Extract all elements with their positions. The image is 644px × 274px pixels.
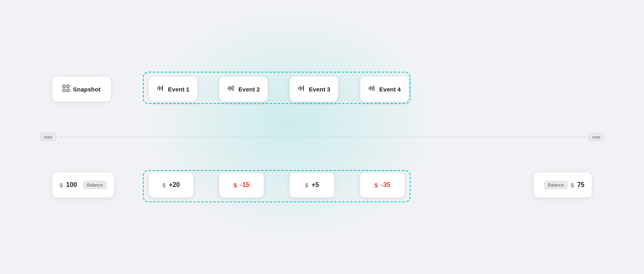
svg-rect-6 bbox=[161, 87, 161, 90]
initial-balance-amount: 100 bbox=[66, 181, 77, 189]
event-card-1[interactable]: Event 1 bbox=[149, 77, 197, 102]
final-balance-badge: Balance bbox=[544, 181, 568, 189]
canvas: start now Snapshot $ 100 Balance Event 1 bbox=[0, 0, 644, 274]
chart-icon-2 bbox=[227, 84, 235, 94]
dollar-icon-1: $ bbox=[162, 182, 165, 189]
grid-icon bbox=[62, 85, 70, 93]
balance-card-1: $ +20 bbox=[149, 172, 193, 197]
svg-rect-5 bbox=[159, 86, 160, 91]
svg-rect-2 bbox=[63, 89, 65, 91]
dollar-icon-init: $ bbox=[60, 182, 63, 189]
balance-amount-1: +20 bbox=[169, 181, 180, 189]
svg-rect-9 bbox=[229, 86, 230, 91]
svg-rect-19 bbox=[374, 85, 374, 91]
svg-rect-0 bbox=[63, 85, 65, 87]
snapshot-label: Snapshot bbox=[73, 86, 100, 93]
balance-amount-4: -35 bbox=[381, 181, 390, 189]
svg-rect-12 bbox=[298, 87, 299, 89]
snapshot-card[interactable]: Snapshot bbox=[52, 77, 111, 102]
event-1-label: Event 1 bbox=[168, 86, 189, 93]
dollar-icon-final: $ bbox=[571, 182, 574, 189]
svg-rect-3 bbox=[67, 89, 69, 91]
svg-rect-7 bbox=[162, 85, 163, 91]
svg-rect-16 bbox=[369, 87, 369, 89]
event-4-label: Event 4 bbox=[379, 86, 400, 93]
final-balance-amount: 75 bbox=[577, 181, 584, 189]
svg-rect-17 bbox=[370, 86, 371, 91]
event-card-2[interactable]: Event 2 bbox=[219, 77, 268, 102]
event-3-label: Event 3 bbox=[309, 86, 330, 93]
svg-rect-14 bbox=[301, 87, 302, 90]
balance-amount-3: +5 bbox=[312, 181, 319, 189]
event-2-label: Event 2 bbox=[238, 86, 260, 93]
timeline-container: start now Snapshot $ 100 Balance Event 1 bbox=[40, 68, 604, 206]
balance-card-3: $ +5 bbox=[290, 172, 334, 197]
svg-rect-11 bbox=[233, 85, 233, 91]
svg-rect-1 bbox=[67, 85, 69, 87]
svg-rect-4 bbox=[157, 87, 158, 89]
svg-rect-18 bbox=[372, 87, 373, 90]
chart-icon-1 bbox=[157, 84, 165, 94]
event-card-4[interactable]: Event 4 bbox=[360, 77, 409, 102]
balance-amount-2: -15 bbox=[240, 181, 250, 189]
svg-rect-15 bbox=[303, 85, 304, 91]
chart-icon-4 bbox=[368, 84, 376, 94]
dollar-icon-2: $ bbox=[233, 182, 237, 189]
label-start: start bbox=[40, 133, 56, 141]
timeline-line bbox=[40, 137, 604, 137]
svg-rect-8 bbox=[228, 87, 229, 89]
chart-icon-3 bbox=[297, 84, 305, 94]
dollar-icon-4: $ bbox=[374, 182, 378, 189]
event-card-3[interactable]: Event 3 bbox=[290, 77, 338, 102]
initial-balance-badge: Balance bbox=[83, 181, 107, 189]
label-now: now bbox=[588, 133, 604, 141]
svg-rect-13 bbox=[300, 86, 301, 91]
dollar-icon-3: $ bbox=[305, 182, 308, 189]
final-balance-card: Balance $ 75 bbox=[534, 172, 592, 197]
balance-card-4: $ -35 bbox=[360, 172, 405, 197]
initial-balance-card: $ 100 Balance bbox=[52, 172, 114, 197]
svg-rect-10 bbox=[231, 87, 232, 90]
balance-card-2: $ -15 bbox=[219, 172, 264, 197]
